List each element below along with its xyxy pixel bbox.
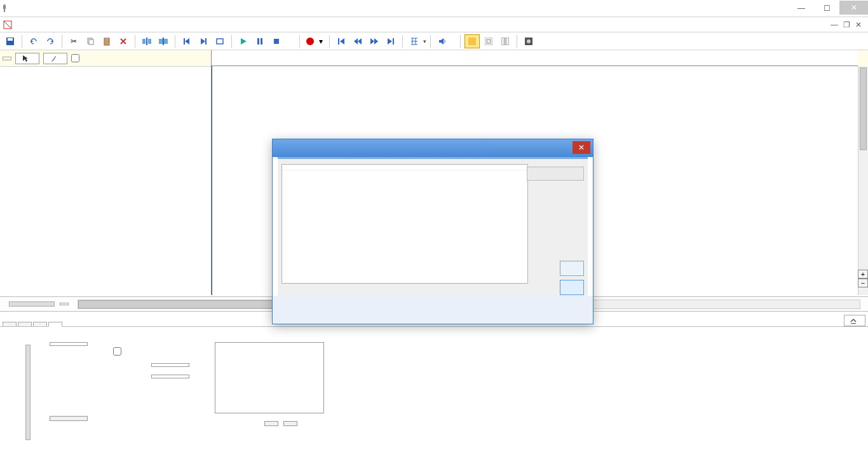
menu-help[interactable]	[93, 23, 105, 27]
svg-rect-16	[217, 39, 223, 44]
brush-mode-button[interactable]	[43, 53, 67, 64]
svg-rect-22	[468, 38, 476, 45]
split-icon[interactable]	[139, 34, 154, 48]
svg-rect-20	[338, 38, 339, 45]
view-b-icon[interactable]	[481, 34, 496, 48]
svg-rect-21	[393, 38, 394, 45]
undo-icon[interactable]	[26, 34, 41, 48]
save-icon[interactable]	[3, 34, 18, 48]
stop-icon[interactable]	[269, 34, 284, 48]
record-button[interactable]: ▾	[304, 37, 325, 46]
tab-clip[interactable]	[48, 322, 62, 327]
marker-next-icon[interactable]	[196, 34, 211, 48]
set-button[interactable]	[560, 261, 584, 276]
menu-edit[interactable]	[29, 23, 42, 27]
pause-icon[interactable]	[252, 34, 268, 48]
join-icon[interactable]	[156, 34, 171, 48]
collapse-icon	[850, 317, 857, 324]
tab-music[interactable]	[18, 322, 32, 326]
gain-slider[interactable]	[25, 345, 31, 440]
go-start-icon[interactable]	[334, 34, 349, 48]
marker-prev-icon[interactable]	[179, 34, 194, 48]
view-a-icon[interactable]	[465, 34, 480, 48]
maximize-button[interactable]: ☐	[814, 1, 839, 17]
play-icon[interactable]	[236, 34, 251, 48]
editmode-label	[3, 57, 11, 60]
add-effect-button[interactable]	[264, 421, 278, 426]
zoom-out-button[interactable]: −	[858, 279, 868, 287]
copy-icon[interactable]	[83, 34, 98, 48]
svg-rect-25	[501, 38, 505, 45]
svg-rect-26	[506, 38, 509, 45]
mdi-minimize-icon[interactable]: —	[831, 20, 838, 29]
svg-rect-0	[3, 4, 6, 10]
dialog-close-button[interactable]: ✕	[573, 141, 590, 154]
loop-icon[interactable]	[212, 34, 227, 48]
svg-rect-11	[146, 38, 147, 45]
paste-icon[interactable]	[99, 34, 114, 48]
zoom-value[interactable]	[60, 303, 69, 305]
mute-checkbox[interactable]	[113, 347, 189, 356]
default-mode-button[interactable]	[15, 53, 39, 64]
delete-icon[interactable]	[116, 34, 131, 48]
hide-panel-button[interactable]	[844, 315, 865, 326]
clear-button[interactable]	[50, 416, 88, 421]
mdi-restore-icon[interactable]: ❐	[843, 20, 850, 29]
svg-rect-8	[105, 38, 108, 39]
clip-panel	[0, 327, 868, 463]
view-c-icon[interactable]	[498, 34, 513, 48]
rewind-icon[interactable]	[350, 34, 365, 48]
effects-list[interactable]	[215, 342, 324, 413]
close-button[interactable]: ✕	[839, 1, 868, 15]
zoom-slider[interactable]	[9, 301, 55, 307]
vertical-scrollbar[interactable]	[858, 66, 868, 295]
svg-point-28	[527, 39, 531, 43]
svg-rect-18	[261, 38, 262, 45]
signal-level-meter	[527, 167, 584, 181]
brush-icon	[50, 55, 57, 62]
input-dialog: ✕	[272, 139, 593, 324]
record-icon	[306, 38, 314, 45]
fade-out-value[interactable]	[151, 375, 189, 378]
menu-channel[interactable]	[42, 23, 55, 27]
timeline-ruler[interactable]	[211, 50, 858, 66]
snap-icon[interactable]	[407, 34, 422, 48]
menu-project[interactable]	[17, 23, 29, 27]
speaker-icon[interactable]	[435, 34, 450, 48]
svg-rect-19	[274, 39, 279, 44]
minimize-button[interactable]: —	[789, 1, 814, 17]
mdi-close-icon[interactable]: ✕	[855, 20, 862, 29]
menu-bar: — ❐ ✕	[0, 17, 868, 32]
editmode-row	[0, 50, 868, 67]
title-bar: — ☐ ✕	[0, 0, 868, 17]
gain-value[interactable]	[50, 342, 88, 346]
svg-rect-29	[851, 323, 856, 324]
menu-video[interactable]	[55, 23, 67, 27]
redo-icon[interactable]	[43, 34, 58, 48]
svg-rect-17	[257, 38, 259, 45]
svg-rect-4	[8, 38, 13, 41]
shuffle-checkbox[interactable]	[71, 54, 82, 62]
svg-rect-15	[205, 38, 207, 45]
tab-add-music[interactable]	[33, 322, 47, 326]
cut-icon[interactable]: ✂	[66, 34, 81, 48]
playhead[interactable]	[212, 66, 212, 295]
fade-in-value[interactable]	[151, 363, 189, 367]
zoom-in-button[interactable]: +	[858, 270, 868, 279]
forward-icon[interactable]	[367, 34, 382, 48]
menu-window[interactable]	[80, 23, 93, 27]
cancel-button[interactable]	[560, 280, 584, 295]
remove-effect-button[interactable]	[283, 421, 297, 426]
record-dropdown-icon[interactable]: ▾	[319, 37, 323, 46]
go-end-icon[interactable]	[383, 34, 398, 48]
save-media-icon[interactable]	[521, 34, 536, 48]
tab-channel[interactable]	[3, 322, 17, 326]
menu-options[interactable]	[67, 23, 80, 27]
svg-rect-10	[148, 39, 151, 44]
input-list[interactable]	[281, 164, 528, 284]
snap-dropdown-icon[interactable]: ▾	[423, 38, 426, 45]
dialog-title-bar[interactable]: ✕	[273, 139, 593, 157]
svg-rect-1	[4, 10, 5, 12]
svg-rect-9	[142, 39, 146, 44]
main-toolbar: ✂ ▾ ▾	[0, 32, 868, 50]
